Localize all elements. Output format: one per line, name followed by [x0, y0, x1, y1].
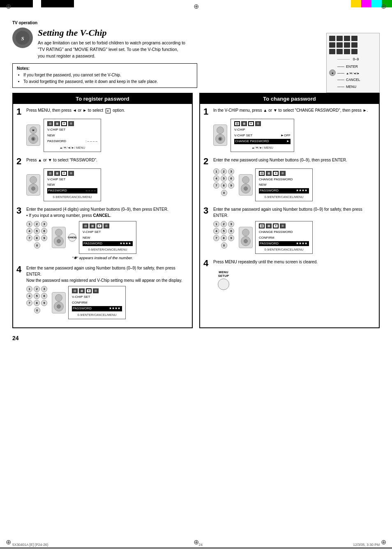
change-step-2: 2 Enter the new password using Number bu… [203, 157, 376, 201]
notes-list: If you forget the password, you cannot s… [23, 72, 193, 85]
change-step-number-1: 1 [203, 107, 211, 116]
corner-crosshair-bl: ⊕ [6, 538, 11, 546]
register-column: To register password 1 Press MENU, then … [12, 93, 193, 328]
change-step-3: 3 Enter the same password again using Nu… [203, 206, 376, 254]
step-text-1: Press MENU, then press ◄ or ► to select … [26, 107, 189, 113]
title-text-block: Setting the V-Chip An age limitation can… [38, 28, 185, 59]
step-number-2: 2 [16, 157, 24, 166]
title-area: S Setting the V-Chip An age limitation c… [12, 28, 380, 59]
svg-text:S: S [21, 35, 24, 41]
step-number-4: 4 [16, 265, 24, 274]
title-icon: S [12, 28, 33, 48]
screen-1: ▤ ▦ ✕ ⊞ V-CHIP SET NEW PASSWORD: – – – –… [44, 119, 101, 152]
page-number: 24 [12, 335, 380, 341]
numpad-3: 1 2 3 4 5 6 7 8 9 0 [26, 221, 48, 249]
screen-area-1: M E ▤ ▦ ✕ ⊞ V-CHIP S [26, 119, 189, 152]
corner-crosshair-tc: ⊕ [194, 2, 199, 10]
register-step-2: 2 Press ▲ or ▼ to select "PASSWORD". [16, 157, 189, 201]
change-step-4-icon: MENUSETUP [213, 270, 376, 290]
change-step-number-4: 4 [203, 259, 211, 268]
numpad-4: 1 2 3 4 5 6 7 8 9 0 [26, 286, 48, 313]
numpad-area-3: 1 2 3 4 5 6 7 8 9 0 [26, 221, 189, 254]
corner-crosshair-tl: ⊕ [6, 2, 11, 10]
change-step-1: 1 In the V-CHIP menu, press ▲ or ▼ to se… [203, 107, 376, 152]
change-step-number-2: 2 [203, 157, 211, 166]
change-numpad-2: 1 2 3 4 5 6 7 8 9 0 [213, 168, 235, 196]
section-label: TV operation [12, 21, 380, 25]
screen-3: ▤ ▦ ✕ ⊞ V-CHIP SET NEW PASSWORD★★★★ 0-9/… [79, 221, 136, 254]
change-column: To change password 1 In the V-CHIP menu,… [199, 93, 380, 328]
change-numpad-area-3: 1 2 3 4 5 6 7 8 9 0 [213, 221, 376, 254]
bottom-bar [0, 548, 392, 555]
notes-box: Notes: If you forget the password, you c… [12, 63, 197, 88]
change-step-text-2: Enter the new password using Number butt… [213, 157, 376, 163]
cancel-button-3: CANCEL [68, 233, 76, 242]
note-item-2: To avoid forgetting the password, write … [23, 78, 193, 85]
change-header: To change password [200, 94, 379, 104]
change-screen-1: ▤ ▦ ✕ ⊞ V-CHIP V-CHIP SET►OFF CHANGE PAS… [231, 119, 294, 152]
screen-icons-2: ▤ ▦ ✕ ⊞ [47, 171, 97, 176]
screen-4: ▤ ▦ ✕ ⊞ V-CHIP SET CONFIRM PASSWORD★★★★ … [68, 286, 126, 319]
change-step-4: 4 Press MENU repeatedly until the menu s… [203, 259, 376, 290]
numpad-area-4: 1 2 3 4 5 6 7 8 9 0 [26, 286, 189, 319]
change-step-text-1: In the V-CHIP menu, press ▲ or ▼ to sele… [213, 107, 376, 113]
register-header: To register password [13, 94, 192, 104]
note-item-1: If you forget the password, you cannot s… [23, 72, 193, 78]
footer: 5X30401A [E] (P24-26) 24 12/3/05, 3:30 P… [12, 543, 380, 547]
change-step-text-4: Press MENU repeatedly until the menu scr… [213, 259, 376, 265]
notes-title: Notes: [17, 66, 193, 71]
asterisk-note-3: "✱" appears instead of the number. [16, 256, 189, 260]
step-number-3: 3 [16, 206, 24, 215]
main-columns: To register password 1 Press MENU, then … [12, 93, 380, 328]
register-step-4: 4 Enter the same password again using Nu… [16, 265, 189, 319]
change-screen-2: ▤ ▦ ✕ ⊞ CHANGE PASSWORD NEW PASSWORD★★★★… [255, 168, 313, 201]
footer-center-page: 24 [199, 543, 203, 547]
change-numpad-area-2: 1 2 3 4 5 6 7 8 9 0 [213, 168, 376, 201]
change-step-number-3: 3 [203, 206, 211, 215]
step-number-1: 1 [16, 107, 24, 116]
page-title: Setting the V-Chip [38, 28, 185, 38]
footer-right-date: 12/3/05, 3:30 PM [353, 543, 380, 547]
step-text-2: Press ▲ or ▼ to select "PASSWORD". [26, 157, 189, 163]
change-screen-3: ▤ ▦ ✕ ⊞ CHANGE PASSWORD CONFIRM PASSWORD… [255, 221, 313, 254]
footer-left-code: 5X30401A [E] (P24-26) [12, 543, 48, 547]
register-body: 1 Press MENU, then press ◄ or ► to selec… [13, 104, 192, 327]
change-numpad-3: 1 2 3 4 5 6 7 8 9 0 [213, 221, 235, 249]
remote-diagram: ● 0–9 —— ENTER —— ▲/▼/◄/► —— [326, 33, 380, 93]
change-screen-area-1: E ▤ ▦ ✕ ⊞ V-CHIP V-CHIP SET►OFF [213, 119, 376, 152]
register-step-3: 3 Enter the password (4 digits) using Nu… [16, 206, 189, 260]
step-text-3: Enter the password (4 digits) using Numb… [26, 206, 189, 219]
corner-crosshair-tr: ⊕ [381, 2, 386, 10]
page-number-area: 24 [12, 335, 380, 341]
change-body: 1 In the V-CHIP menu, press ▲ or ▼ to se… [200, 104, 379, 298]
title-description: An age limitation can be set to forbid c… [38, 40, 185, 59]
screen-2: ▤ ▦ ✕ ⊞ V-CHIP SET NEW PASSWORD– – – – 0… [44, 168, 101, 201]
corner-crosshair-br: ⊕ [381, 538, 386, 546]
change-step-text-3: Enter the same password again using Numb… [213, 206, 376, 219]
register-step-1: 1 Press MENU, then press ◄ or ► to selec… [16, 107, 189, 152]
step-text-4: Enter the same password again using Numb… [26, 265, 189, 283]
screen-area-2: ▤ ▦ ✕ ⊞ V-CHIP SET NEW PASSWORD– – – – 0… [26, 168, 189, 201]
screen-icons-1: ▤ ▦ ✕ ⊞ [47, 121, 97, 126]
